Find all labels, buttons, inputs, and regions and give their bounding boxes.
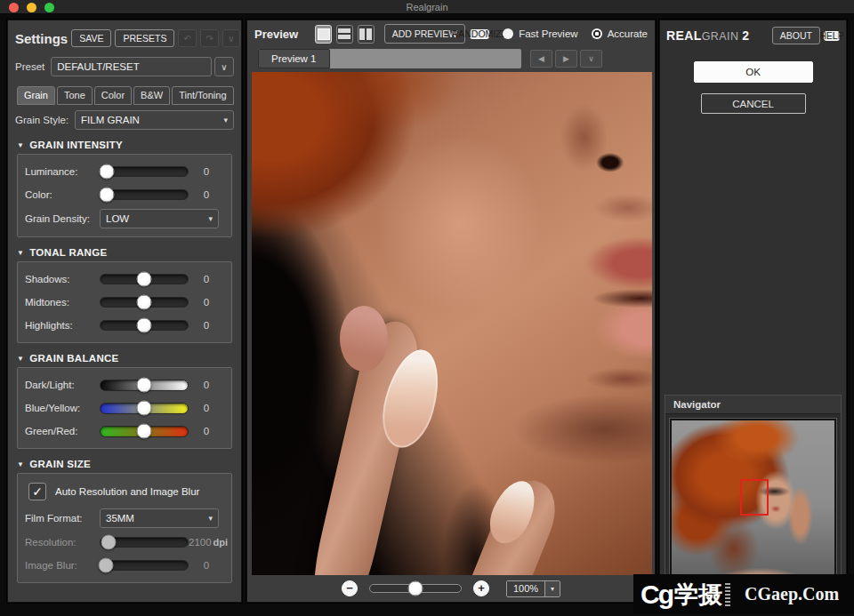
navigator-selection-rect[interactable] <box>740 479 769 516</box>
slider-thumb[interactable] <box>137 424 152 439</box>
horizontal-split-view-button[interactable] <box>336 25 353 44</box>
resolution-label: Resolution: <box>25 537 100 548</box>
history-chevron-icon[interactable]: ∨ <box>222 29 240 47</box>
presets-button[interactable]: PRESETS <box>115 29 174 47</box>
tab-prev-arrow-icon[interactable]: ◀ <box>530 50 552 68</box>
watermark-bar: Cg 学摄 CGaep.Com <box>633 574 854 614</box>
slider-thumb[interactable] <box>137 272 152 287</box>
preview-image-area[interactable] <box>252 72 652 575</box>
grain-size-header[interactable]: ▼ GRAIN SIZE <box>17 459 232 469</box>
tab-tone[interactable]: Tone <box>57 86 93 105</box>
color-value: 0 <box>189 189 224 200</box>
zoom-level-dropdown[interactable]: 100% ▾ <box>506 580 560 597</box>
help-button[interactable]: HELP <box>824 31 840 41</box>
slider-thumb[interactable] <box>137 378 152 393</box>
preset-value: DEFAULT/RESET <box>57 61 139 72</box>
preset-dropdown[interactable]: DEFAULT/RESET <box>51 57 212 76</box>
slider-thumb[interactable] <box>137 401 152 416</box>
midtones-label: Midtones: <box>25 297 100 308</box>
collapse-triangle-icon: ▼ <box>17 141 24 149</box>
single-view-button[interactable] <box>315 25 332 44</box>
ok-button[interactable]: OK <box>694 61 813 83</box>
resolution-unit: dpi <box>214 537 229 548</box>
slider-thumb[interactable] <box>99 188 114 203</box>
collapse-triangle-icon: ▼ <box>17 355 24 363</box>
grain-style-label: Grain Style: <box>15 115 68 125</box>
grain-intensity-header[interactable]: ▼ GRAIN INTENSITY <box>17 140 232 150</box>
collapse-triangle-icon: ▼ <box>17 249 24 257</box>
preset-label: Preset <box>15 61 44 72</box>
slider-thumb <box>101 535 116 550</box>
fast-preview-option[interactable]: Fast Preview <box>503 28 577 39</box>
highlights-value: 0 <box>189 320 224 331</box>
blue-yellow-slider[interactable] <box>100 403 189 414</box>
navigator-thumbnail[interactable] <box>669 418 837 596</box>
vertical-split-view-button[interactable] <box>358 25 375 44</box>
tab-color[interactable]: Color <box>94 86 132 105</box>
vertical-split-icon <box>359 28 372 40</box>
chevron-down-icon: ▾ <box>218 116 228 124</box>
watermark-mini-mark <box>725 583 730 606</box>
redo-icon[interactable]: ↷ <box>200 29 219 47</box>
tab-menu-chevron-icon[interactable]: ∨ <box>580 50 602 68</box>
about-button[interactable]: ABOUT <box>772 27 820 44</box>
watermark-logo: Cg <box>640 580 673 610</box>
grain-style-value: FILM GRAIN <box>81 115 140 125</box>
window-titlebar: Realgrain <box>0 0 854 14</box>
grain-style-dropdown[interactable]: FILM GRAIN ▾ <box>75 110 234 130</box>
zoom-out-icon[interactable]: − <box>342 580 358 596</box>
fast-preview-label: Fast Preview <box>519 28 577 39</box>
save-button[interactable]: SAVE <box>71 29 111 47</box>
highlights-slider[interactable] <box>100 320 189 331</box>
navigator-title: Navigator <box>665 396 841 414</box>
grain-density-dropdown[interactable]: LOW ▾ <box>100 209 219 228</box>
grain-intensity-title: GRAIN INTENSITY <box>29 140 123 150</box>
settings-panel: Settings SAVE PRESETS ↶ ↷ ∨ Preset DEFAU… <box>7 20 242 603</box>
tab-tint-toning[interactable]: Tint/Toning <box>172 86 233 105</box>
grain-balance-group: Dark/Light: 0 Blue/Yellow: 0 Green/Red: … <box>17 367 232 449</box>
dark-light-label: Dark/Light: <box>25 380 100 390</box>
cancel-button[interactable]: CANCEL <box>701 93 806 114</box>
color-slider[interactable] <box>100 189 189 200</box>
image-blur-value: 0 <box>189 560 224 571</box>
tonal-range-header[interactable]: ▼ TONAL RANGE <box>17 247 232 258</box>
luminance-value: 0 <box>189 166 224 177</box>
grain-size-title: GRAIN SIZE <box>29 459 91 469</box>
film-format-dropdown[interactable]: 35MM ▾ <box>100 508 219 528</box>
accurate-option[interactable]: Accurate <box>592 28 648 39</box>
watermark-site: CGaep.Com <box>745 584 839 604</box>
undo-icon[interactable]: ↶ <box>178 29 197 47</box>
slider-thumb[interactable] <box>137 295 152 310</box>
randomize-button[interactable]: RANDOMIZE <box>470 29 489 39</box>
tab-grain[interactable]: Grain <box>17 86 55 105</box>
realgrain-logo: REALGRAIN2 <box>666 28 750 44</box>
chevron-down-icon: ▾ <box>544 581 560 596</box>
shadows-slider[interactable] <box>100 274 189 284</box>
auto-resolution-label: Auto Resolution and Image Blur <box>55 486 199 497</box>
tab-bw[interactable]: B&W <box>133 86 170 105</box>
zoom-in-icon[interactable]: + <box>473 580 489 596</box>
slider-thumb[interactable] <box>137 318 152 333</box>
dark-light-slider[interactable] <box>100 380 189 391</box>
plugin-panel: REALGRAIN2 ABOUT HELP OK CANCEL Navigato… <box>659 20 847 603</box>
green-red-label: Green/Red: <box>25 426 100 436</box>
grain-balance-header[interactable]: ▼ GRAIN BALANCE <box>17 353 232 364</box>
preview-panel: Preview ADD PREVIEW RANDOMIZE Fast Previ… <box>246 20 656 603</box>
midtones-slider[interactable] <box>100 297 189 308</box>
green-red-slider[interactable] <box>100 426 189 437</box>
accurate-radio-icon[interactable] <box>592 28 602 39</box>
auto-resolution-checkbox[interactable]: ✓ <box>28 483 46 500</box>
preview-photo-fingertip <box>340 306 388 372</box>
luminance-slider[interactable] <box>100 166 189 177</box>
fast-preview-radio-icon[interactable] <box>503 28 513 39</box>
tonal-range-group: Shadows: 0 Midtones: 0 Highlights: 0 <box>17 261 232 343</box>
preview-1-tab[interactable]: Preview 1 <box>258 49 330 68</box>
zoom-slider[interactable] <box>369 584 462 593</box>
watermark-cn-text: 学摄 <box>674 579 722 611</box>
tab-next-arrow-icon[interactable]: ▶ <box>555 50 577 68</box>
slider-thumb[interactable] <box>99 164 114 180</box>
slider-thumb <box>98 558 113 573</box>
zoom-slider-thumb[interactable] <box>407 581 423 596</box>
preset-chevron-icon[interactable]: ∨ <box>214 57 234 76</box>
collapse-triangle-icon: ▼ <box>17 460 24 468</box>
